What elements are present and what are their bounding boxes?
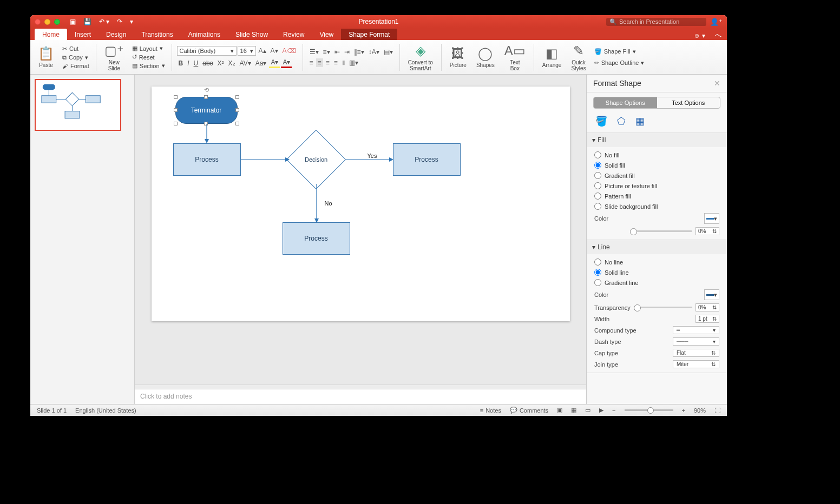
resize-handle-ne[interactable] <box>235 95 239 99</box>
zoom-percent[interactable]: 90% <box>694 407 706 414</box>
zoom-slider[interactable] <box>625 409 673 411</box>
resize-handle-se[interactable] <box>235 122 239 125</box>
line-transparency-slider[interactable] <box>634 307 692 308</box>
tab-animations[interactable]: Animations <box>181 29 228 40</box>
textbox-button[interactable]: A▭Text Box <box>501 42 529 73</box>
undo-icon[interactable]: ↶ ▾ <box>99 18 109 25</box>
resize-handle-n[interactable] <box>204 95 208 99</box>
tab-shape-format[interactable]: Shape Format <box>341 29 397 40</box>
align-text-button[interactable]: ▤▾ <box>382 48 395 56</box>
share-icon[interactable]: 👤⁺ <box>710 18 723 26</box>
cap-type-select[interactable]: Flat⇅ <box>673 349 719 357</box>
search-input[interactable] <box>619 18 703 25</box>
fill-line-icon[interactable]: 🪣 <box>595 115 607 127</box>
indent-inc-button[interactable]: ⇥ <box>343 48 351 56</box>
tab-transitions[interactable]: Transitions <box>134 29 180 40</box>
text-options-tab[interactable]: Text Options <box>657 97 720 108</box>
align-center-button[interactable]: ≡ <box>316 58 323 67</box>
tab-insert[interactable]: Insert <box>67 29 99 40</box>
tab-review[interactable]: Review <box>275 29 312 40</box>
resize-handle-w[interactable] <box>174 108 178 112</box>
connector-3[interactable] <box>346 159 393 160</box>
no-line-radio[interactable]: No line <box>594 258 719 266</box>
slide-canvas[interactable]: Terminator ⟲ Process Process Process <box>152 87 570 321</box>
solid-fill-radio[interactable]: Solid fill <box>594 162 719 169</box>
fit-to-window-icon[interactable]: ⛶ <box>714 407 720 414</box>
shape-fill-button[interactable]: 🪣 Shape Fill ▾ <box>593 48 646 56</box>
slide-indicator[interactable]: Slide 1 of 1 <box>37 407 67 414</box>
char-spacing-button[interactable]: AV▾ <box>238 59 253 68</box>
pattern-fill-radio[interactable]: Pattern fill <box>594 193 719 200</box>
pane-close-icon[interactable]: ✕ <box>714 79 720 88</box>
subscript-button[interactable]: X₂ <box>227 59 237 68</box>
dash-type-select[interactable]: ───▾ <box>673 337 719 346</box>
close-window-icon[interactable] <box>35 19 41 25</box>
smartart-group[interactable]: ◈ Convert to SmartArt <box>405 42 436 73</box>
text-direction-button[interactable]: ↕A▾ <box>367 48 381 56</box>
clear-format-icon[interactable]: A⌫ <box>281 47 298 55</box>
solid-line-radio[interactable]: Solid line <box>594 269 719 276</box>
gradient-line-radio[interactable]: Gradient line <box>594 279 719 286</box>
notes-pane[interactable]: Click to add notes <box>135 389 586 404</box>
reset-button[interactable]: ↺ Reset <box>130 53 167 61</box>
save-icon[interactable]: 💾 <box>83 18 91 25</box>
arrange-button[interactable]: ◧Arrange <box>539 42 565 73</box>
indent-dec-button[interactable]: ⇤ <box>333 48 342 56</box>
zoom-out-icon[interactable]: − <box>612 407 615 414</box>
language-indicator[interactable]: English (United States) <box>75 407 136 414</box>
normal-view-icon[interactable]: ▣ <box>557 407 562 414</box>
fill-transparency-spin[interactable]: 0%⇅ <box>695 227 719 235</box>
rotate-handle-icon[interactable]: ⟲ <box>204 87 209 94</box>
join-type-select[interactable]: Miter⇅ <box>673 360 719 368</box>
align-left-button[interactable]: ≡ <box>308 58 315 67</box>
notes-toggle[interactable]: ≡ Notes <box>480 407 501 414</box>
bullets-button[interactable]: ☰▾ <box>308 48 320 56</box>
decrease-font-icon[interactable]: A▾ <box>269 47 280 55</box>
collapse-ribbon-icon[interactable]: へ <box>715 31 721 40</box>
reading-view-icon[interactable]: ▭ <box>585 407 590 414</box>
tab-home[interactable]: Home <box>35 29 67 40</box>
picture-button[interactable]: 🖼Picture <box>447 42 470 73</box>
shape-outline-button[interactable]: ✏ Shape Outline ▾ <box>593 59 646 67</box>
numbering-button[interactable]: ≡▾ <box>321 48 332 56</box>
slidebg-fill-radio[interactable]: Slide background fill <box>594 203 719 210</box>
increase-font-icon[interactable]: A▴ <box>257 47 268 55</box>
copy-button[interactable]: ⧉ Copy ▾ <box>61 54 91 62</box>
size-icon[interactable]: ▦ <box>635 115 645 127</box>
distribute-h-button[interactable]: ⫴ <box>340 58 346 67</box>
resize-handle-sw[interactable] <box>174 122 178 125</box>
justify-button[interactable]: ≡ <box>332 58 339 67</box>
zoom-in-icon[interactable]: + <box>682 407 685 414</box>
process-shape-2[interactable]: Process <box>393 143 461 176</box>
fill-color-picker[interactable]: ▾ <box>704 213 719 224</box>
layout-button[interactable]: ▦ Layout ▾ <box>130 44 167 52</box>
connector-1[interactable] <box>206 124 207 143</box>
line-header[interactable]: ▾ Line <box>587 240 727 254</box>
process-shape-3[interactable]: Process <box>283 222 350 255</box>
no-fill-radio[interactable]: No fill <box>594 151 719 158</box>
tab-view[interactable]: View <box>312 29 341 40</box>
strike-button[interactable]: abc <box>201 59 214 68</box>
cut-button[interactable]: ✂ Cut <box>61 45 91 53</box>
columns-button[interactable]: ▥▾ <box>347 58 360 67</box>
fill-transparency-slider[interactable] <box>630 230 692 232</box>
underline-button[interactable]: U <box>192 59 200 68</box>
connector-2[interactable] <box>241 159 290 160</box>
autosave-icon[interactable]: ▣ <box>70 18 76 25</box>
feedback-icon[interactable]: ☺ ▾ <box>693 32 705 39</box>
italic-button[interactable]: I <box>186 59 191 68</box>
sorter-view-icon[interactable]: ▦ <box>571 407 576 414</box>
superscript-button[interactable]: X² <box>216 59 226 68</box>
tab-slideshow[interactable]: Slide Show <box>228 29 275 40</box>
paste-label[interactable]: Paste <box>39 62 53 68</box>
resize-handle-nw[interactable] <box>174 95 178 99</box>
line-transparency-spin[interactable]: 0%⇅ <box>695 303 719 311</box>
picture-fill-radio[interactable]: Picture or texture fill <box>594 182 719 189</box>
fill-header[interactable]: ▾ Fill <box>587 133 727 147</box>
format-painter-button[interactable]: 🖌 Format <box>61 62 91 70</box>
connector-4[interactable] <box>316 184 317 223</box>
font-name-select[interactable]: Calibri (Body)▾ <box>177 46 237 56</box>
change-case-button[interactable]: Aa▾ <box>254 59 268 68</box>
line-spacing-button[interactable]: ‖≡▾ <box>352 48 366 56</box>
maximize-window-icon[interactable] <box>54 19 60 25</box>
